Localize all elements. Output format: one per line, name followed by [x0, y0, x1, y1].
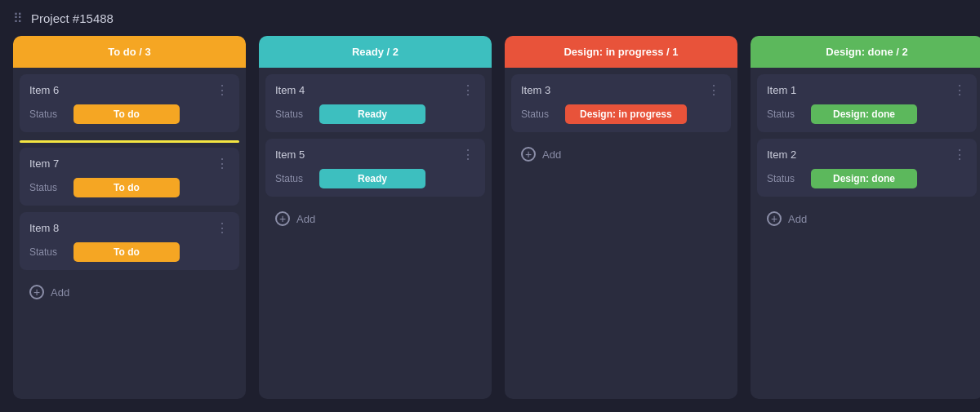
card-title-item2: Item 2 [767, 148, 796, 161]
card-title-item6: Item 6 [29, 84, 59, 96]
card-title-item1: Item 1 [767, 84, 796, 96]
status-label: Status [29, 246, 65, 258]
card-header: Item 8⋮ [29, 220, 229, 236]
card-menu-item4[interactable]: ⋮ [461, 82, 475, 98]
status-badge-item6[interactable]: To do [74, 104, 180, 124]
add-button-done[interactable]: +Add [757, 205, 977, 233]
card-title-item5: Item 5 [275, 148, 305, 161]
column-body-todo: Item 6⋮StatusTo doItem 7⋮StatusTo doItem… [13, 68, 246, 399]
add-label: Add [296, 213, 315, 225]
card-item8: Item 8⋮StatusTo do [20, 212, 239, 270]
card-title-item3: Item 3 [521, 84, 550, 96]
card-title-item4: Item 4 [275, 84, 305, 96]
page-header: ⠿ Project #15488 [0, 0, 980, 36]
add-label: Add [51, 286, 69, 299]
card-status-row: StatusTo do [29, 242, 229, 262]
card-item4: Item 4⋮StatusReady [265, 74, 485, 132]
column-header-todo: To do / 3 [13, 36, 246, 68]
status-label: Status [275, 173, 311, 184]
card-item6: Item 6⋮StatusTo do [20, 74, 239, 132]
column-ready: Ready / 2Item 4⋮StatusReadyItem 5⋮Status… [259, 36, 492, 399]
add-label: Add [788, 213, 807, 225]
card-status-row: StatusTo do [29, 104, 229, 124]
column-body-done: Item 1⋮StatusDesign: doneItem 2⋮StatusDe… [751, 68, 980, 399]
column-in-progress: Design: in progress / 1Item 3⋮StatusDesi… [505, 36, 737, 399]
card-item3: Item 3⋮StatusDesign: in progress [511, 74, 731, 132]
card-item5: Item 5⋮StatusReady [265, 139, 485, 197]
card-status-row: StatusDesign: in progress [521, 104, 721, 124]
card-menu-item8[interactable]: ⋮ [216, 220, 229, 236]
add-button-in-progress[interactable]: +Add [511, 140, 731, 168]
drag-drop-indicator [20, 140, 239, 143]
add-icon: + [767, 211, 782, 226]
column-header-in-progress: Design: in progress / 1 [505, 36, 737, 68]
card-header: Item 3⋮ [521, 82, 721, 98]
card-header: Item 2⋮ [767, 147, 967, 162]
status-badge-item8[interactable]: To do [74, 242, 180, 262]
card-header: Item 6⋮ [29, 82, 229, 98]
column-todo: To do / 3Item 6⋮StatusTo doItem 7⋮Status… [13, 36, 246, 399]
status-badge-item2[interactable]: Design: done [811, 169, 917, 188]
add-icon: + [275, 211, 290, 226]
card-item2: Item 2⋮StatusDesign: done [757, 139, 977, 197]
card-header: Item 4⋮ [275, 82, 475, 98]
status-badge-item5[interactable]: Ready [319, 169, 425, 188]
status-label: Status [275, 109, 311, 120]
add-icon: + [521, 147, 536, 162]
column-body-ready: Item 4⋮StatusReadyItem 5⋮StatusReady+Add [259, 68, 492, 399]
status-label: Status [767, 173, 803, 184]
card-menu-item6[interactable]: ⋮ [216, 82, 229, 98]
add-button-ready[interactable]: +Add [265, 205, 485, 233]
status-label: Status [767, 109, 803, 120]
card-menu-item3[interactable]: ⋮ [707, 82, 721, 98]
card-item1: Item 1⋮StatusDesign: done [757, 74, 977, 132]
project-title: Project #15488 [31, 11, 114, 25]
add-button-todo[interactable]: +Add [20, 278, 239, 306]
card-title-item8: Item 8 [29, 222, 59, 234]
column-body-in-progress: Item 3⋮StatusDesign: in progress+Add [505, 68, 737, 399]
column-done: Design: done / 2Item 1⋮StatusDesign: don… [751, 36, 980, 399]
drag-icon: ⠿ [13, 11, 23, 26]
status-badge-item4[interactable]: Ready [319, 104, 425, 124]
card-status-row: StatusDesign: done [767, 169, 967, 188]
status-label: Status [521, 109, 557, 120]
card-header: Item 5⋮ [275, 147, 475, 162]
card-item7: Item 7⋮StatusTo do [20, 148, 239, 206]
card-menu-item5[interactable]: ⋮ [461, 147, 475, 162]
status-badge-item1[interactable]: Design: done [811, 104, 917, 124]
status-label: Status [29, 182, 65, 193]
card-status-row: StatusReady [275, 169, 475, 188]
card-status-row: StatusReady [275, 104, 475, 124]
card-status-row: StatusTo do [29, 178, 229, 197]
card-menu-item7[interactable]: ⋮ [216, 156, 229, 171]
card-status-row: StatusDesign: done [767, 104, 967, 124]
column-header-ready: Ready / 2 [259, 36, 492, 68]
card-title-item7: Item 7 [29, 157, 59, 170]
status-badge-item7[interactable]: To do [74, 178, 180, 197]
add-icon: + [29, 285, 44, 299]
card-menu-item2[interactable]: ⋮ [953, 147, 967, 162]
card-header: Item 7⋮ [29, 156, 229, 171]
column-header-done: Design: done / 2 [751, 36, 980, 68]
add-label: Add [542, 148, 561, 161]
status-badge-item3[interactable]: Design: in progress [565, 104, 687, 124]
status-label: Status [29, 109, 65, 120]
card-menu-item1[interactable]: ⋮ [953, 82, 967, 98]
kanban-board: To do / 3Item 6⋮StatusTo doItem 7⋮Status… [0, 36, 980, 412]
card-header: Item 1⋮ [767, 82, 967, 98]
